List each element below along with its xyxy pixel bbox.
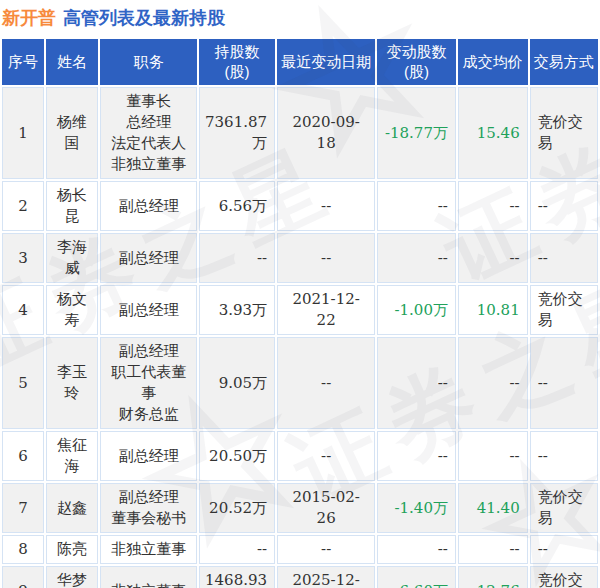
- cell-name: 李玉玲: [46, 337, 99, 429]
- cell-avg-price: --: [458, 337, 528, 429]
- table-row: 4杨文寿副总经理3.93万2021-12-22-1.00万10.81竞价交易: [2, 285, 598, 335]
- cell-shares: 20.50万: [199, 431, 275, 481]
- cell-change-date: --: [277, 337, 375, 429]
- cell-change-shares: --: [377, 181, 456, 231]
- cell-change-shares: -6.60万: [377, 566, 456, 588]
- column-header-avg-price: 成交均价: [458, 39, 528, 85]
- column-header-position: 职务: [100, 39, 197, 85]
- cell-name: 杨维国: [46, 87, 99, 179]
- cell-avg-price: 12.76: [458, 566, 528, 588]
- cell-change-date: --: [277, 431, 375, 481]
- cell-position: 董事长 总经理 法定代表人 非独立董事: [100, 87, 197, 179]
- cell-change-date: --: [277, 181, 375, 231]
- cell-change-date: 2021-12-22: [277, 285, 375, 335]
- cell-no: 2: [2, 181, 44, 231]
- cell-change-shares: --: [377, 233, 456, 283]
- cell-name: 焦征海: [46, 431, 99, 481]
- column-header-change-shares: 变动股数 (股): [377, 39, 456, 85]
- executive-holdings-page: 新开普高管列表及最新持股 序号 姓名 职务 持股数 (股) 最近变动日期 变动股…: [0, 0, 600, 588]
- cell-change-shares: --: [377, 337, 456, 429]
- cell-no: 3: [2, 233, 44, 283]
- cell-change-date: 2020-09-18: [277, 87, 375, 179]
- cell-change-shares: --: [377, 535, 456, 564]
- cell-trade-method: --: [530, 181, 598, 231]
- cell-shares: 3.93万: [199, 285, 275, 335]
- table-row: 2杨长昆副总经理6.56万--------: [2, 181, 598, 231]
- cell-change-shares: -1.40万: [377, 483, 456, 533]
- cell-no: 1: [2, 87, 44, 179]
- column-header-no: 序号: [2, 39, 44, 85]
- cell-name: 杨文寿: [46, 285, 99, 335]
- cell-avg-price: 10.81: [458, 285, 528, 335]
- cell-shares: 6.56万: [199, 181, 275, 231]
- table-body: 1杨维国董事长 总经理 法定代表人 非独立董事7361.87万2020-09-1…: [2, 87, 598, 588]
- cell-trade-method: 竞价交易: [530, 87, 598, 179]
- cell-avg-price: --: [458, 535, 528, 564]
- page-title: 新开普高管列表及最新持股: [2, 6, 600, 30]
- column-header-change-date: 最近变动日期: [277, 39, 375, 85]
- cell-no: 9: [2, 566, 44, 588]
- cell-shares: 20.52万: [199, 483, 275, 533]
- cell-name: 陈亮: [46, 535, 99, 564]
- cell-shares: 9.05万: [199, 337, 275, 429]
- cell-name: 华梦阳: [46, 566, 99, 588]
- cell-position: 副总经理: [100, 431, 197, 481]
- cell-avg-price: --: [458, 431, 528, 481]
- cell-change-date: --: [277, 535, 375, 564]
- cell-shares: 1468.93万: [199, 566, 275, 588]
- table-header: 序号 姓名 职务 持股数 (股) 最近变动日期 变动股数 (股) 成交均价 交易…: [2, 39, 598, 85]
- cell-position: 非独立董事: [100, 566, 197, 588]
- column-header-shares: 持股数 (股): [199, 39, 275, 85]
- report-title: 高管列表及最新持股: [63, 8, 225, 28]
- table-row: 6焦征海副总经理20.50万--------: [2, 431, 598, 481]
- cell-no: 4: [2, 285, 44, 335]
- cell-change-shares: --: [377, 431, 456, 481]
- cell-position: 副总经理 职工代表董事 财务总监: [100, 337, 197, 429]
- table-row: 9华梦阳非独立董事1468.93万2025-12-08-6.60万12.76竞价…: [2, 566, 598, 588]
- cell-change-date: 2025-12-08: [277, 566, 375, 588]
- cell-shares: --: [199, 535, 275, 564]
- column-header-name: 姓名: [46, 39, 99, 85]
- cell-no: 5: [2, 337, 44, 429]
- cell-shares: --: [199, 233, 275, 283]
- table-row: 8陈亮非独立董事----------: [2, 535, 598, 564]
- cell-name: 赵鑫: [46, 483, 99, 533]
- cell-no: 6: [2, 431, 44, 481]
- cell-name: 李海威: [46, 233, 99, 283]
- column-header-trade-method: 交易方式: [530, 39, 598, 85]
- cell-no: 7: [2, 483, 44, 533]
- table-row: 7赵鑫副总经理 董事会秘书20.52万2015-02-26-1.40万41.40…: [2, 483, 598, 533]
- cell-position: 副总经理 董事会秘书: [100, 483, 197, 533]
- cell-shares: 7361.87万: [199, 87, 275, 179]
- cell-change-date: 2015-02-26: [277, 483, 375, 533]
- cell-position: 副总经理: [100, 181, 197, 231]
- executive-holdings-table: 序号 姓名 职务 持股数 (股) 最近变动日期 变动股数 (股) 成交均价 交易…: [0, 37, 600, 588]
- cell-trade-method: --: [530, 233, 598, 283]
- cell-trade-method: 竞价交易: [530, 285, 598, 335]
- cell-avg-price: 41.40: [458, 483, 528, 533]
- cell-trade-method: --: [530, 535, 598, 564]
- cell-change-date: --: [277, 233, 375, 283]
- table-row: 5李玉玲副总经理 职工代表董事 财务总监9.05万--------: [2, 337, 598, 429]
- cell-change-shares: -18.77万: [377, 87, 456, 179]
- cell-position: 副总经理: [100, 285, 197, 335]
- cell-position: 副总经理: [100, 233, 197, 283]
- cell-trade-method: 竞价交易: [530, 483, 598, 533]
- cell-position: 非独立董事: [100, 535, 197, 564]
- cell-change-shares: -1.00万: [377, 285, 456, 335]
- cell-name: 杨长昆: [46, 181, 99, 231]
- cell-avg-price: --: [458, 233, 528, 283]
- table-row: 3李海威副总经理----------: [2, 233, 598, 283]
- cell-no: 8: [2, 535, 44, 564]
- cell-avg-price: 15.46: [458, 87, 528, 179]
- stock-name: 新开普: [2, 8, 56, 28]
- table-row: 1杨维国董事长 总经理 法定代表人 非独立董事7361.87万2020-09-1…: [2, 87, 598, 179]
- cell-trade-method: --: [530, 337, 598, 429]
- cell-avg-price: --: [458, 181, 528, 231]
- cell-trade-method: 竞价交易: [530, 566, 598, 588]
- cell-trade-method: --: [530, 431, 598, 481]
